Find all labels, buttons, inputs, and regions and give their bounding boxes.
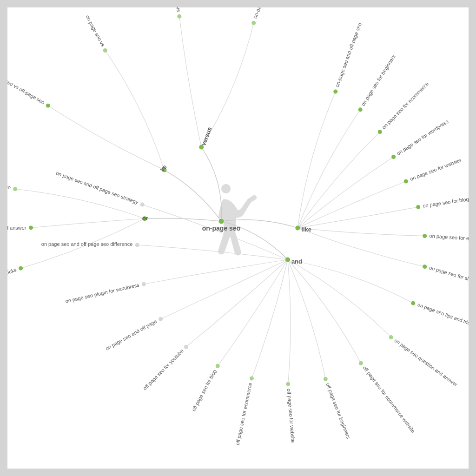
leaf-and-10[interactable]: [135, 243, 139, 247]
leaf-label-like-2: on page seo for ecommerce: [381, 81, 430, 130]
leaf-label-versus-0: on-page vs off-page seo: [252, 7, 276, 20]
leaf-vs-1[interactable]: [46, 104, 50, 108]
leaf-like-6[interactable]: [423, 234, 427, 238]
leaf-versus-0[interactable]: [251, 21, 256, 25]
mindmap-diagram: on-page seoversuson-page vs off-page seo…: [7, 7, 469, 469]
leaf-label-or-2: on page seo tips and tricks: [7, 267, 17, 293]
leaf-label-and-5: off page seo for ecommerce: [234, 382, 253, 445]
leaf-like-2[interactable]: [378, 130, 382, 134]
leaf-label-or-1: on page seo question and answer: [7, 225, 26, 231]
leaf-like-5[interactable]: [416, 205, 420, 209]
leaf-label-and-8: on page seo and off page: [105, 318, 158, 351]
leaf-and-4[interactable]: [286, 382, 290, 386]
leaf-label-like-6: on page seo for ecommerce website: [429, 233, 469, 244]
leaf-label-and-9: on page seo plugin for wordpress: [65, 282, 140, 304]
leaf-label-vs-1: on-page seo vs off-page seo: [7, 68, 46, 105]
branch-label-or: or: [142, 215, 148, 222]
leaf-and-8[interactable]: [159, 317, 163, 321]
branch-label-versus: versus: [200, 126, 213, 147]
leaf-label-like-4: on page seo for website: [409, 157, 462, 182]
leaf-label-and-11: on page seo and off page seo strategy: [55, 170, 139, 205]
center-label: on-page seo: [202, 225, 240, 232]
leaf-label-and-4: off page seo for website: [286, 389, 296, 443]
leaf-and-5[interactable]: [250, 376, 254, 380]
leaf-like-1[interactable]: [358, 107, 363, 112]
leaf-versus-1[interactable]: [177, 14, 181, 19]
leaf-label-and-6: off page seo for blog: [191, 369, 218, 412]
leaf-label-like-3: on page seo for wordpress: [396, 119, 450, 157]
leaf-label-and-2: off page seo for ecommerce website: [362, 365, 416, 434]
leaf-and-0[interactable]: [411, 301, 415, 305]
leaf-and-2[interactable]: [359, 361, 363, 365]
branch-label-like: like: [301, 226, 311, 233]
leaf-vs-0[interactable]: [103, 48, 107, 53]
branch-and[interactable]: [285, 258, 290, 262]
leaf-and-3[interactable]: [324, 377, 328, 381]
leaf-label-vs-0: on page seo vs: [85, 14, 106, 47]
leaf-label-like-5: on page seo for blogger: [422, 195, 469, 209]
leaf-label-like-7: on page seo for shopify: [429, 265, 469, 285]
leaf-and-6[interactable]: [216, 364, 220, 368]
leaf-and-11[interactable]: [140, 203, 145, 207]
leaf-label-or-0: on page seo or off page seo: [7, 172, 11, 190]
leaf-or-0[interactable]: [13, 187, 17, 191]
leaf-like-4[interactable]: [404, 179, 408, 184]
center-node[interactable]: [219, 219, 224, 224]
leaf-label-and-7: off page seo for youtube: [142, 348, 185, 391]
leaf-or-2[interactable]: [19, 266, 23, 271]
leaf-and-1[interactable]: [389, 335, 393, 339]
leaf-label-and-10: on page seo and off page seo difference: [41, 241, 133, 247]
leaf-and-9[interactable]: [142, 282, 146, 286]
leaf-like-7[interactable]: [423, 264, 427, 269]
leaf-label-like-1: on page seo for beginners: [360, 53, 397, 107]
leaf-label-and-3: off page seo for beginners: [325, 382, 351, 440]
leaf-and-7[interactable]: [184, 345, 188, 349]
branch-label-and: and: [291, 258, 302, 265]
branch-like[interactable]: [295, 225, 300, 230]
leaf-like-3[interactable]: [391, 155, 396, 159]
leaf-label-and-0: on page seo tips and tricks: [416, 302, 469, 328]
leaf-label-like-0: on-page seo and off-page seo: [334, 22, 362, 88]
leaf-like-0[interactable]: [333, 89, 337, 93]
leaf-label-and-1: on page seo question and answer: [393, 337, 458, 388]
leaf-label-versus-1: on page seo vs: [170, 7, 182, 13]
leaf-or-1[interactable]: [29, 225, 33, 230]
